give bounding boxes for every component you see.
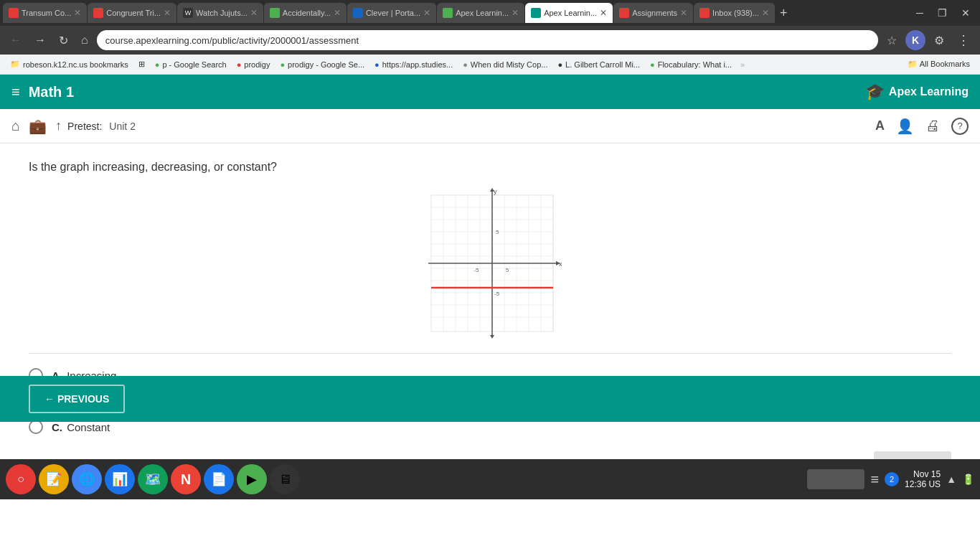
main-content: Is the graph increasing, decreasing, or … [0,143,980,499]
refresh-button[interactable]: ↻ [55,31,72,50]
bookmark-1-label: robeson.k12.nc.us bookmarks [23,60,128,69]
home-icon[interactable]: ⌂ [11,118,20,134]
tab-6-close[interactable]: ✕ [512,8,519,18]
tab-5-favicon [353,8,363,18]
tab-7[interactable]: Apex Learnin... ✕ [525,3,613,23]
bookmark-3[interactable]: ● prodigy [232,59,275,70]
taskbar-list-icon[interactable]: ≡ [870,471,879,488]
up-arrow-icon: ↑ [55,118,62,133]
briefcase-icon[interactable]: 💼 [29,118,47,135]
tab-5[interactable]: Clever | Porta... ✕ [347,3,436,23]
tab-4[interactable]: Accidentally... ✕ [264,3,347,23]
restore-button[interactable]: ❐ [930,4,954,22]
apex-logo: 🎓 Apex Learning [865,83,969,101]
extensions-button[interactable]: ⚙ [930,31,948,50]
battery-icon: 🔋 [962,474,974,485]
tab-5-close[interactable]: ✕ [423,8,430,18]
svg-text:y: y [494,188,497,195]
all-bookmarks[interactable]: 📁 All Bookmarks [903,58,974,70]
tab-2-favicon [93,8,103,18]
taskbar-icon-app1[interactable]: 📝 [39,464,69,494]
tab-8-close[interactable]: ✕ [680,8,687,18]
profile-button[interactable]: K [905,30,925,50]
tab-8-favicon [619,8,629,18]
close-button[interactable]: ✕ [954,4,977,22]
choice-c[interactable]: C. Constant [29,420,951,434]
app-title: Math 1 [29,84,865,100]
bookmark-star[interactable]: ☆ [882,31,901,50]
tab-9[interactable]: Inbox (938)... ✕ [694,3,775,23]
taskbar-icon-play[interactable]: ▶ [237,464,267,494]
bookmark-8-label: Flocabulary: What i... [658,60,732,69]
graph-wrapper: x y -5 5 5 5 -5 [418,188,562,339]
tab-7-title: Apex Learnin... [544,9,597,17]
previous-button[interactable]: ← PREVIOUS [29,385,125,413]
tab-8-title: Assignments [632,9,677,17]
taskbar-icon-app3[interactable]: N [171,464,201,494]
tab-2-close[interactable]: ✕ [164,8,171,18]
tab-9-close[interactable]: ✕ [762,8,769,18]
svg-text:5: 5 [506,267,509,273]
tab-3-close[interactable]: ✕ [250,8,258,18]
tab-4-close[interactable]: ✕ [334,8,341,18]
tab-1-favicon [9,8,19,18]
taskbar-icon-chrome2[interactable]: 🌐 [72,464,102,494]
tab-1[interactable]: Transum Co... ✕ [3,3,87,23]
bookmark-8[interactable]: ● Flocabulary: What i... [646,59,736,70]
bookmark-1[interactable]: 📁 robeson.k12.nc.us bookmarks [6,58,133,70]
tab-1-close[interactable]: ✕ [74,8,81,18]
home-nav-button[interactable]: ⌂ [77,31,93,50]
pretest-label: Pretest: [67,121,102,132]
sub-header-right: A 👤 🖨 ? [875,118,969,135]
tab-2[interactable]: Congruent Tri... ✕ [88,3,176,23]
forward-button[interactable]: → [30,31,50,50]
svg-text:x: x [559,260,562,268]
taskbar-date: Nov 15 [905,469,941,479]
bookmark-apps[interactable]: ⊞ [134,58,149,70]
notification-badge[interactable]: 2 [885,472,899,486]
back-button[interactable]: ← [6,31,26,50]
taskbar-icon-docs[interactable]: 📄 [204,464,234,494]
tab-7-favicon [531,8,541,18]
tab-7-close[interactable]: ✕ [600,8,607,18]
tab-3-favicon: W [183,8,193,18]
radio-c[interactable] [29,420,43,434]
hamburger-icon[interactable]: ≡ [11,84,20,100]
taskbar-time: 12:36 US [905,479,941,489]
print-icon[interactable]: 🖨 [925,118,940,134]
address-bar: ← → ↻ ⌂ ☆ K ⚙ ⋮ [0,26,980,55]
window-controls: ─ ❐ ✕ [909,4,977,22]
accessibility-icon[interactable]: 👤 [896,118,914,135]
taskbar-icon-app2[interactable]: 📊 [105,464,135,494]
taskbar-input-area[interactable] [807,469,864,489]
bookmark-4[interactable]: ● prodigy - Google Se... [275,59,369,70]
chrome-menu-button[interactable]: ⋮ [953,29,974,51]
taskbar-icon-maps[interactable]: 🗺️ [138,464,168,494]
bookmark-7[interactable]: ● L. Gilbert Carroll Mi... [553,59,644,70]
choice-c-letter: C. [52,421,62,433]
translate-icon[interactable]: A [875,118,885,133]
tab-4-favicon [270,8,280,18]
graph-svg: x y -5 5 5 5 -5 [418,188,562,339]
address-input[interactable] [97,30,878,50]
taskbar-icon-chrome[interactable]: ○ [6,464,36,494]
tab-8[interactable]: Assignments ✕ [613,3,693,23]
taskbar-icon-display[interactable]: 🖥 [270,464,300,494]
help-icon[interactable]: ? [951,118,969,135]
svg-text:-5: -5 [473,267,479,273]
tab-6-title: Apex Learnin... [456,9,509,17]
bookmark-6-label: When did Misty Cop... [471,60,548,69]
bookmark-2[interactable]: ● p - Google Search [151,59,231,70]
new-tab-button[interactable]: + [776,6,792,21]
bookmark-5[interactable]: ● https://app.studies... [370,59,457,70]
page: ≡ Math 1 🎓 Apex Learning ⌂ 💼 ↑ Pretest: … [0,75,980,499]
svg-marker-25 [490,335,494,339]
bookmark-4-label: prodigy - Google Se... [288,60,364,69]
bookmark-6[interactable]: ● When did Misty Cop... [458,59,552,70]
taskbar-right: ≡ 2 Nov 15 12:36 US ▲ 🔋 [807,469,974,489]
pretest-value: Unit 2 [109,121,136,132]
tab-3[interactable]: W Watch Jujuts... ✕ [177,3,263,23]
bookmarks-bar: 📁 robeson.k12.nc.us bookmarks ⊞ ● p - Go… [0,55,980,75]
tab-6[interactable]: Apex Learnin... ✕ [437,3,524,23]
minimize-button[interactable]: ─ [909,4,930,22]
